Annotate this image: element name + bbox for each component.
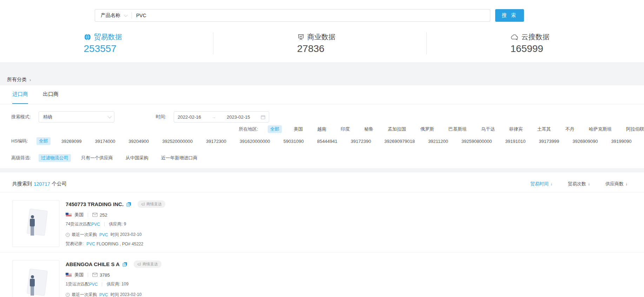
company-card: ABENGOA CHILE S A 商情直达 美国 3785	[0, 252, 644, 297]
stat-value: 27836	[297, 43, 343, 54]
stat-cloud-data[interactable]: 云搜数据 165999	[426, 32, 640, 54]
record-term[interactable]: PVC	[86, 242, 95, 246]
placeholder-person	[31, 275, 34, 278]
region-chip[interactable]: 秘鲁	[362, 125, 376, 133]
us-flag-icon	[66, 273, 72, 277]
recent-suffix: 时间 2023-02-10	[111, 232, 142, 238]
search-category-label: 产品名称	[101, 12, 120, 19]
hs-chip[interactable]: 392043100000	[642, 138, 644, 145]
region-chip[interactable]: 不丹	[563, 125, 577, 133]
hs-chip[interactable]: 39174000	[93, 138, 118, 145]
sort-supplier-count[interactable]: 供应商数 ↓	[605, 181, 628, 187]
advanced-chip-single-supplier[interactable]: 只有一个供应商	[79, 154, 115, 162]
globe-icon	[84, 33, 91, 41]
search-mode-value: 精确	[43, 114, 52, 120]
hs-chip[interactable]: 39173999	[536, 138, 562, 145]
report-icon[interactable]	[126, 202, 131, 207]
advanced-chip-from-china[interactable]: 从中国采购	[123, 154, 151, 162]
results-count: 120717	[34, 181, 50, 187]
match-term[interactable]: PVC	[89, 282, 98, 287]
hs-chip[interactable]: 39199090	[609, 138, 634, 145]
record-label: 贸易记录:	[66, 241, 84, 247]
time-label: 时间:	[156, 114, 166, 120]
supplier-count: 供应商: 9	[109, 221, 126, 227]
board-icon	[297, 33, 305, 41]
sort-options: 贸易时间 ↓ 贸易次数 ↓ 供应商数 ↓	[530, 181, 628, 187]
stat-label: 贸易数据	[94, 32, 122, 42]
hs-chip[interactable]: 392520000000	[160, 138, 195, 145]
recent-prefix: 最近一次采购	[72, 232, 97, 238]
hs-chip[interactable]: 39211200	[426, 138, 451, 145]
chevron-down-icon	[124, 13, 128, 17]
recent-term[interactable]: PVC	[99, 232, 108, 237]
report-icon[interactable]	[122, 262, 127, 267]
search-input[interactable]	[132, 13, 490, 18]
company-thumbnail[interactable]	[12, 200, 59, 247]
region-chip[interactable]: 孟加拉国	[385, 125, 409, 133]
region-chip[interactable]: 哈萨克斯坦	[586, 125, 614, 133]
company-thumbnail[interactable]	[12, 260, 59, 297]
hs-chip[interactable]: 392690979018	[382, 138, 417, 145]
hs-chip[interactable]: 39204900	[126, 138, 151, 145]
tab-exporters[interactable]: 出口商	[43, 85, 59, 104]
stat-business-data[interactable]: 商业数据 27836	[213, 32, 426, 54]
cloud-search-icon	[511, 34, 519, 41]
status-badge[interactable]: 商情直达	[134, 260, 161, 268]
search-box: 产品名称	[95, 9, 490, 22]
hs-chip[interactable]: 392590800000	[459, 138, 494, 145]
region-chip[interactable]: 乌干达	[479, 125, 497, 133]
sort-trade-count[interactable]: 贸易次数 ↓	[568, 181, 590, 187]
region-chip[interactable]: 菲律宾	[507, 125, 525, 133]
mail-icon	[92, 273, 98, 277]
hs-chip[interactable]: 全部	[36, 137, 51, 145]
search-button[interactable]: 搜 索	[495, 9, 524, 22]
mail-count: 252	[100, 212, 107, 218]
recent-prefix: 最近一次采购	[72, 292, 97, 297]
hs-chip[interactable]: 39269099	[59, 138, 84, 145]
advanced-label: 高级筛选:	[11, 155, 31, 161]
hs-chip[interactable]: 39191010	[503, 138, 528, 145]
tab-importers[interactable]: 进口商	[12, 85, 28, 104]
company-card: 7450773 TRADING INC. 商情直达 美国 25	[0, 192, 644, 252]
advanced-chip-filter-logistics[interactable]: 过滤物流公司	[39, 154, 71, 162]
filter-row-advanced: 高级筛选: 过滤物流公司 只有一个供应商 从中国采购 近一年新增进口商	[11, 154, 628, 162]
region-chip[interactable]: 俄罗斯	[418, 125, 437, 133]
region-chip[interactable]: 美国	[291, 125, 305, 133]
recent-term[interactable]: PVC	[99, 292, 108, 297]
region-chip[interactable]: 巴基斯坦	[446, 125, 469, 133]
hs-chip[interactable]: 391620000000	[237, 138, 273, 145]
search-mode-select[interactable]: 精确	[39, 111, 114, 123]
company-content: ABENGOA CHILE S A 商情直达 美国 3785	[66, 260, 285, 297]
search-category-select[interactable]: 产品名称	[95, 12, 132, 19]
hs-chip[interactable]: 59031090	[281, 138, 306, 145]
company-name[interactable]: 7450773 TRADING INC.	[66, 201, 124, 207]
region-chip[interactable]: 全部	[268, 125, 282, 133]
region-chip[interactable]: 越南	[315, 125, 329, 133]
company-country: 美国	[74, 272, 84, 278]
region-chip[interactable]: 印度	[338, 125, 352, 133]
hs-chip[interactable]: 3926909090	[570, 138, 600, 145]
stat-trade-data[interactable]: 贸易数据 253557	[0, 32, 213, 54]
hs-chip[interactable]: 39172390	[348, 138, 373, 145]
status-badge[interactable]: 商情直达	[138, 200, 165, 208]
region-chip[interactable]: 土耳其	[535, 125, 553, 133]
region-chip[interactable]: 阿拉伯联合酋长国	[624, 125, 644, 133]
chevron-right-icon: ›	[29, 77, 31, 82]
sort-trade-time[interactable]: 贸易时间 ↓	[530, 181, 552, 187]
results-count-suffix: 个公司	[52, 181, 67, 187]
results-count-prefix: 共搜索到	[12, 181, 32, 187]
hs-chip[interactable]: 85444941	[314, 138, 340, 145]
match-term[interactable]: PVC	[91, 222, 100, 227]
date-to: 2023-02-15	[227, 114, 250, 120]
hs-chip[interactable]: 39172300	[204, 138, 229, 145]
supplier-count: 供应商: 109	[106, 281, 128, 287]
stat-value: 165999	[511, 43, 556, 54]
company-name[interactable]: ABENGOA CHILE S A	[66, 261, 120, 267]
company-country: 美国	[74, 212, 84, 218]
date-range-picker[interactable]: 2022-02-16 → 2023-02-15	[174, 111, 269, 123]
divider	[102, 282, 102, 286]
results-card: 共搜索到 120717 个公司 贸易时间 ↓ 贸易次数 ↓ 供应商数 ↓	[0, 172, 644, 297]
advanced-chip-new-importers[interactable]: 近一年新增进口商	[159, 154, 200, 162]
us-flag-icon	[66, 213, 72, 217]
breadcrumb[interactable]: 所有分类 ›	[0, 74, 644, 85]
